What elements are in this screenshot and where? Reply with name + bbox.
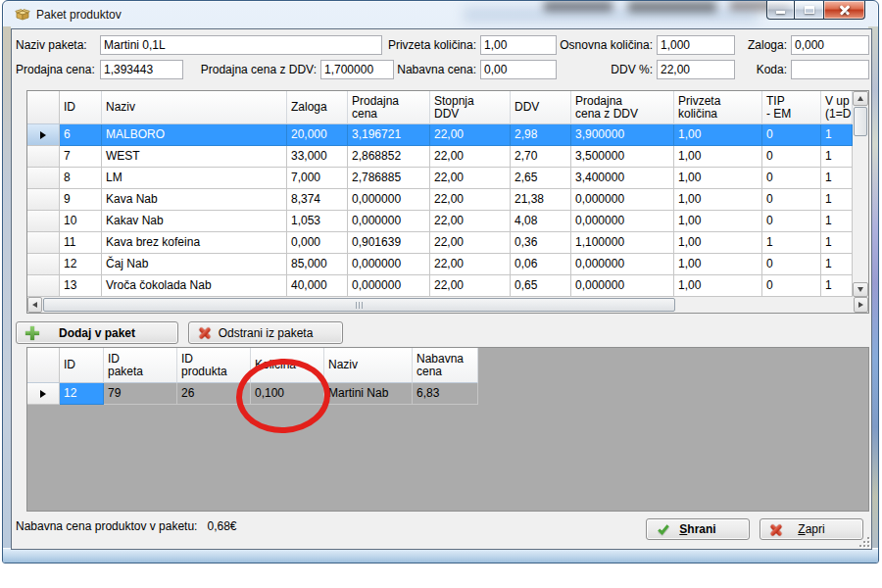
grid-cell[interactable]: 0 [762, 124, 821, 146]
grid-cell[interactable]: 0 [762, 168, 821, 189]
row-header[interactable] [27, 168, 60, 189]
column-header[interactable]: ID [60, 348, 104, 383]
grid-cell[interactable]: 1 [821, 124, 853, 146]
grid-cell[interactable]: 40,000 [287, 275, 348, 297]
grid-cell[interactable]: 22,00 [430, 146, 511, 168]
grid-cell[interactable]: 22,00 [430, 275, 511, 297]
grid-cell[interactable]: 0 [762, 189, 821, 211]
row-header[interactable] [27, 211, 60, 232]
grid-cell[interactable]: 1,00 [674, 124, 762, 146]
row-header[interactable] [27, 254, 60, 275]
grid-cell[interactable]: 0,000000 [348, 275, 430, 297]
grid-cell[interactable]: 0 [762, 146, 821, 168]
grid-cell[interactable]: 0,000 [287, 232, 348, 254]
scroll-down-button[interactable] [853, 282, 868, 297]
add-to-package-button[interactable]: Dodaj v paket [16, 321, 178, 344]
column-header[interactable]: Nabavna cena [413, 348, 478, 383]
grid-cell[interactable]: 13 [60, 275, 102, 297]
scroll-left-button[interactable] [27, 297, 42, 313]
grid-cell[interactable]: 22,00 [430, 168, 511, 189]
grid-corner-cell[interactable] [27, 91, 60, 124]
grid-cell[interactable]: 12 [60, 254, 102, 275]
grid-cell[interactable]: 1 [762, 232, 821, 254]
grid-cell[interactable]: 33,000 [287, 146, 348, 168]
column-header[interactable]: Prodajna cena z DDV [571, 91, 674, 124]
grid-cell[interactable]: 22,00 [430, 254, 511, 275]
horizontal-scrollbar[interactable] [27, 297, 868, 313]
column-header[interactable]: ID produkta [177, 348, 251, 383]
grid-cell[interactable]: 2,868852 [348, 146, 430, 168]
grid-cell[interactable]: 12 [60, 383, 104, 405]
grid-cell[interactable]: 1,00 [674, 275, 762, 297]
grid-cell[interactable]: 1,053 [287, 211, 348, 232]
grid-cell[interactable]: 0,000000 [571, 275, 674, 297]
row-header[interactable] [27, 124, 60, 146]
column-header[interactable]: ID paketa [104, 348, 177, 383]
column-header[interactable]: TIP - EM [762, 91, 821, 124]
grid-cell[interactable]: Vroča čokolada Nab [102, 275, 287, 297]
column-header[interactable]: Naziv [102, 91, 287, 124]
grid-cell[interactable]: 7 [60, 146, 102, 168]
grid-cell[interactable]: 0,65 [511, 275, 571, 297]
column-header[interactable]: Privzeta količina [674, 91, 762, 124]
grid-cell[interactable]: 0,36 [511, 232, 571, 254]
grid-cell[interactable]: Kakav Nab [102, 211, 287, 232]
row-header[interactable] [27, 383, 60, 405]
grid-cell[interactable]: 0 [762, 211, 821, 232]
grid-cell[interactable]: 8,374 [287, 189, 348, 211]
grid-cell[interactable]: 0,000000 [348, 189, 430, 211]
vertical-scrollbar[interactable] [853, 91, 868, 297]
scroll-right-button[interactable] [854, 297, 868, 313]
minimize-button[interactable] [766, 1, 795, 20]
grid-cell[interactable]: 1,00 [674, 211, 762, 232]
nabavna-cena-input[interactable] [480, 60, 557, 79]
column-header[interactable]: Naziv [324, 348, 413, 383]
grid-cell[interactable]: 0,000000 [348, 254, 430, 275]
privzeta-kolicina-input[interactable] [480, 35, 557, 55]
close-button[interactable] [823, 1, 865, 20]
column-header[interactable]: DDV [511, 91, 571, 124]
grid-cell[interactable]: Martini Nab [324, 383, 413, 405]
vertical-scroll-thumb[interactable] [854, 107, 867, 136]
column-header[interactable]: Prodajna cena [348, 91, 430, 124]
grid-cell[interactable]: 21,38 [511, 189, 571, 211]
column-header[interactable]: ID [60, 91, 102, 124]
naziv-paketa-input[interactable] [100, 35, 382, 55]
horizontal-scroll-thumb[interactable] [43, 298, 675, 312]
grid-cell[interactable]: 1 [821, 211, 853, 232]
grid-cell[interactable]: 1 [821, 146, 853, 168]
grid-cell[interactable]: Kava brez kofeina [102, 232, 287, 254]
grid-cell[interactable]: 0,000000 [348, 211, 430, 232]
grid-cell[interactable]: 0 [762, 254, 821, 275]
grid-cell[interactable]: 0,000000 [571, 254, 674, 275]
column-header[interactable]: Stopnja DDV [430, 91, 511, 124]
grid-cell[interactable]: 1 [821, 254, 853, 275]
close-form-button[interactable]: Zapri [760, 518, 863, 540]
grid-cell[interactable]: 1,00 [674, 168, 762, 189]
grid-cell[interactable]: 22,00 [430, 211, 511, 232]
grid-cell[interactable]: 0,000000 [571, 211, 674, 232]
grid-cell[interactable]: 20,000 [287, 124, 348, 146]
grid-cell[interactable]: 6 [60, 124, 102, 146]
column-header[interactable]: V up (1=D [821, 91, 853, 124]
scroll-up-button[interactable] [853, 91, 868, 106]
grid-cell[interactable]: 1,00 [674, 254, 762, 275]
row-header[interactable] [27, 146, 60, 168]
grid-cell[interactable]: 3,196721 [348, 124, 430, 146]
grid-cell[interactable]: 8 [60, 168, 102, 189]
grid-cell[interactable]: 3,500000 [571, 146, 674, 168]
grid-cell[interactable]: 4,08 [511, 211, 571, 232]
grid-cell[interactable]: 9 [60, 189, 102, 211]
grid-cell[interactable]: WEST [102, 146, 287, 168]
grid-cell[interactable]: Čaj Nab [102, 254, 287, 275]
grid-cell[interactable]: 2,70 [511, 146, 571, 168]
grid-cell[interactable]: 6,83 [413, 383, 478, 405]
grid-cell[interactable]: 7,000 [287, 168, 348, 189]
grid-cell[interactable]: 11 [60, 232, 102, 254]
grid-cell[interactable]: 22,00 [430, 124, 511, 146]
grid-cell[interactable]: MALBORO [102, 124, 287, 146]
grid-cell[interactable]: 22,00 [430, 232, 511, 254]
prodajna-cena-input[interactable] [100, 60, 183, 79]
grid-cell[interactable]: LM [102, 168, 287, 189]
koda-input[interactable] [791, 60, 869, 79]
